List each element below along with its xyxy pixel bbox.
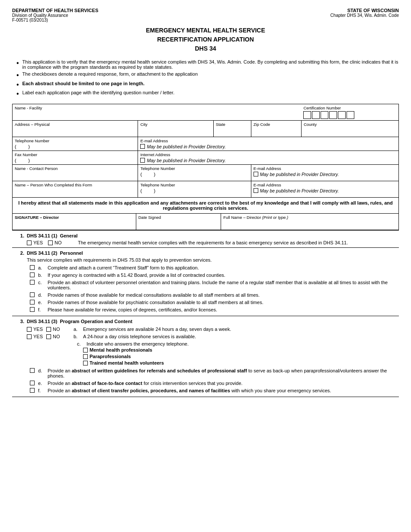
name-facility-label: Name - Facility	[15, 106, 299, 110]
s2-item-f: f. Please have available for review, cop…	[27, 307, 399, 312]
full-name-input[interactable]	[223, 221, 396, 228]
s3f-letter: f.	[38, 388, 46, 393]
completed-email-publish-label: May be published in Provider Directory.	[260, 188, 339, 193]
cert-num-label: Certification Number	[303, 106, 396, 110]
cert-box-1[interactable]	[303, 111, 311, 119]
s3e-letter: e.	[38, 381, 46, 386]
s3b-text: A 24-hour a day crisis telephone service…	[83, 334, 196, 339]
contact-name-input[interactable]	[15, 172, 135, 179]
completed-name-label: Name – Person Who Completed this Form	[15, 183, 135, 187]
s2a-letter: a.	[38, 265, 46, 270]
cert-box-6[interactable]	[347, 111, 354, 119]
section-2-num: 2.	[12, 250, 24, 256]
s3f-checkbox[interactable]	[30, 388, 35, 393]
s3a-letter: a.	[74, 327, 81, 332]
bottom-border	[12, 397, 399, 397]
cert-box-5[interactable]	[338, 111, 346, 119]
s2d-letter: d.	[38, 292, 46, 298]
tel-parens[interactable]: ( )	[15, 144, 135, 149]
section-3-title: DHS 34.11 (3) Program Operation and Cont…	[27, 319, 399, 324]
s3c-vol-checkbox[interactable]	[83, 361, 88, 365]
completed-email-publish-checkbox[interactable]	[254, 188, 258, 193]
date-signed-input[interactable]	[138, 221, 218, 228]
s1-no-label: NO	[55, 240, 62, 245]
section-1-num: 1.	[12, 233, 24, 238]
contact-email-publish-checkbox[interactable]	[254, 172, 258, 176]
s3a-yes-label: YES	[33, 327, 43, 332]
s3d-text: Provide an abstract of written guideline…	[48, 368, 399, 378]
fax-parens[interactable]: ( )	[15, 158, 135, 163]
sig-input[interactable]	[15, 221, 134, 228]
s3b-no-checkbox[interactable]	[46, 334, 51, 339]
zip-label: Zip Code	[254, 122, 299, 127]
s3-item-b: YES NO b. A 24-hour a day crisis telepho…	[27, 334, 399, 339]
contact-name-label: Name - Contact Person	[15, 166, 135, 171]
s2e-checkbox[interactable]	[30, 300, 35, 304]
s3c-vol-label: Trained mental health volunteers	[90, 360, 164, 365]
state-label: State	[216, 122, 249, 127]
s2d-text: Provide names of those available for med…	[48, 292, 260, 298]
county-input[interactable]	[304, 128, 396, 135]
cert-box-3[interactable]	[321, 111, 328, 119]
bullet-dot-4: •	[16, 90, 19, 98]
s3b-yes-checkbox[interactable]	[27, 334, 32, 339]
bullet-text-2: The checkboxes denote a required respons…	[22, 71, 399, 77]
section-2: 2. DHS 34.11 (2) Personnel This service …	[12, 247, 399, 316]
internet-publish-label: May be published in Provider Directory.	[147, 158, 225, 163]
signature-table: SIGNATURE – Director Date Signed Full Na…	[12, 214, 399, 231]
section-3-content: DHS 34.11 (3) Program Operation and Cont…	[27, 319, 399, 395]
s3b-yes-label: YES	[33, 334, 43, 339]
s2c-checkbox[interactable]	[30, 280, 35, 285]
state-input[interactable]	[216, 128, 249, 135]
completed-tel-label: Telephone Number	[140, 183, 248, 187]
s3c-para-label: Paraprofessionals	[90, 354, 131, 359]
form-title: EMERGENCY MENTAL HEALTH SERVICE RECERTIF…	[12, 26, 399, 53]
name-facility-input[interactable]	[15, 111, 299, 119]
completed-tel-parens[interactable]: ( )	[140, 188, 248, 193]
s2b-checkbox[interactable]	[30, 272, 35, 277]
s1-yes-checkbox[interactable]	[27, 240, 32, 245]
section-2-title: DHS 34.11 (2) Personnel	[27, 250, 399, 256]
s3a-yes-checkbox[interactable]	[27, 327, 32, 332]
s2-item-e: e. Provide names of those available for …	[27, 300, 399, 305]
s2c-letter: c.	[38, 280, 46, 285]
s2d-checkbox[interactable]	[30, 292, 35, 297]
s3d-checkbox[interactable]	[30, 368, 35, 373]
city-input[interactable]	[140, 128, 211, 135]
completed-name-input[interactable]	[15, 188, 135, 196]
s3c-mhp-checkbox[interactable]	[83, 348, 88, 353]
s3a-no-checkbox[interactable]	[46, 327, 51, 332]
s3c-para-checkbox[interactable]	[83, 354, 88, 359]
s3-item-e: e. Provide an abstract of face-to-face c…	[27, 381, 399, 386]
s3-item-d: d. Provide an abstract of written guidel…	[27, 368, 399, 378]
s1-desc: The emergency mental health service comp…	[78, 240, 348, 245]
contact-tel-parens[interactable]: ( )	[140, 172, 248, 177]
state-name: STATE OF WISCONSIN	[331, 8, 399, 13]
s2f-checkbox[interactable]	[30, 307, 35, 312]
s3c-letter: c.	[77, 341, 85, 346]
fax-label: Fax Number	[15, 152, 135, 157]
bullet-1: • This application is to verify that the…	[16, 59, 399, 70]
address-input[interactable]	[15, 128, 135, 135]
s1-yes-label: YES	[33, 240, 43, 245]
cert-box-4[interactable]	[329, 111, 337, 119]
s2a-checkbox[interactable]	[30, 265, 35, 270]
s3e-checkbox[interactable]	[30, 381, 35, 385]
form-table: Name - Facility Certification Number Add…	[12, 104, 399, 198]
s3c-text: Indicate who answers the emergency telep…	[87, 341, 189, 346]
bullet-text-3: Each abstract should be limited to one p…	[22, 81, 399, 86]
section-2-content: DHS 34.11 (2) Personnel This service com…	[27, 250, 399, 314]
zip-input[interactable]	[254, 128, 299, 135]
s1-no-checkbox[interactable]	[48, 240, 53, 245]
cert-box-2[interactable]	[312, 111, 320, 119]
page-header: DEPARTMENT OF HEALTH SERVICES Division o…	[12, 8, 399, 22]
div-name: Division of Quality Assurance	[12, 13, 98, 18]
s3c-sub3: Trained mental health volunteers	[83, 360, 399, 365]
s2-desc: This service complies with requirements …	[27, 257, 399, 263]
address-label: Address – Physical	[15, 122, 135, 127]
s3c-sub1: Mental health professionals	[83, 347, 399, 353]
internet-publish-checkbox[interactable]	[140, 158, 145, 163]
sig-label: SIGNATURE – Director	[15, 215, 134, 220]
email-publish-checkbox[interactable]	[140, 144, 145, 149]
s3-item-f: f. Provide an abstract of client transfe…	[27, 388, 399, 393]
